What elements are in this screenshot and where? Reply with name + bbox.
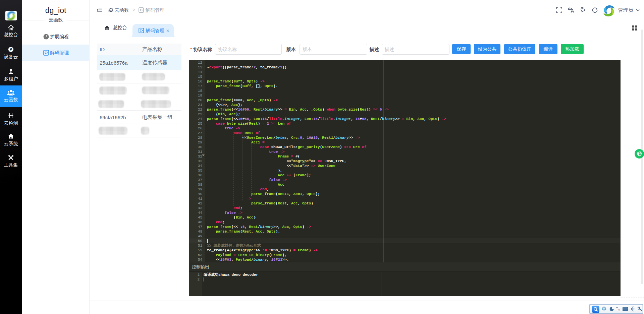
svg-text:P: P: [10, 47, 12, 51]
